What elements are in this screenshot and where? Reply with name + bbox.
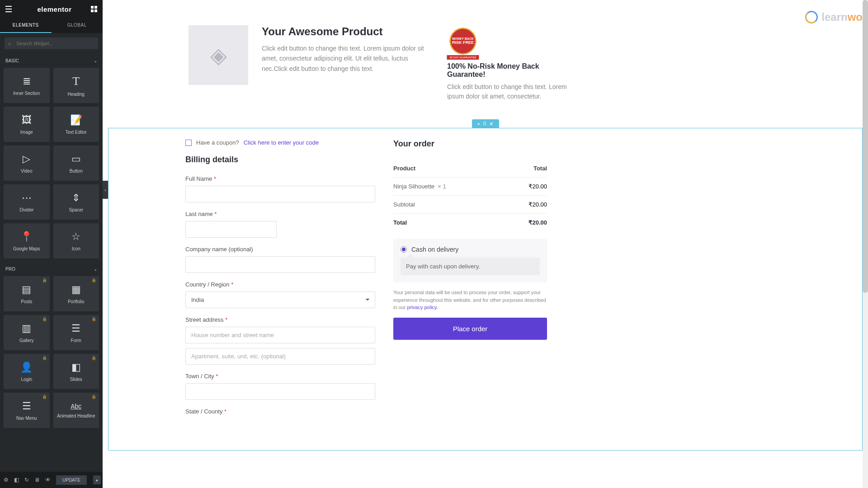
field-state: State / County *	[185, 408, 375, 415]
payment-option-cod[interactable]: Cash on delivery	[401, 246, 540, 253]
widget-icon[interactable]: ☆Icon	[53, 223, 99, 258]
product-title[interactable]: Your Awesome Product	[262, 25, 434, 38]
panel-footer: ⚙ ◧ ↻ 🖥 👁 UPDATE ▴	[0, 472, 103, 488]
panel-collapse-toggle[interactable]: ‹	[103, 181, 108, 199]
responsive-icon[interactable]: 🖥	[34, 477, 40, 483]
tab-global[interactable]: GLOBAL	[52, 18, 103, 33]
scrollbar[interactable]	[863, 0, 868, 488]
widget-portfolio[interactable]: ▦Portfolio	[53, 276, 99, 311]
panel-header: elementor	[0, 0, 103, 18]
coupon-question: Have a coupon?	[196, 139, 239, 146]
col-product: Product	[393, 165, 415, 172]
map-icon: 📍	[20, 231, 33, 243]
widget-google-maps[interactable]: 📍Google Maps	[4, 223, 50, 258]
watermark-logo-icon	[805, 11, 818, 23]
hero-section[interactable]: ◈ Your Awesome Product Click edit button…	[103, 0, 868, 119]
field-country: Country / Region * India	[185, 281, 375, 308]
place-order-button[interactable]: Place order	[393, 318, 547, 340]
product-description[interactable]: Click edit button to change this text. L…	[262, 43, 434, 74]
widget-slides[interactable]: ◧Slides	[53, 354, 99, 389]
order-item-row: Ninja Silhouette × 1 ₹20.00	[393, 178, 547, 196]
widget-nav-menu[interactable]: ☰Nav Menu	[4, 393, 50, 428]
navigator-icon[interactable]: ◧	[14, 477, 19, 483]
widget-inner-section[interactable]: ≣Inner Section	[4, 68, 50, 103]
input-last-name[interactable]	[185, 221, 277, 238]
coupon-link[interactable]: Click here to enter your code	[244, 139, 319, 146]
checkout-section[interactable]: Have a coupon? Click here to enter your …	[108, 128, 863, 450]
watermark: learnwo	[805, 11, 863, 23]
settings-icon[interactable]: ⚙	[4, 477, 9, 483]
columns-icon: ≣	[23, 75, 31, 87]
search-wrap: ⌕	[0, 33, 103, 54]
guarantee-badge[interactable]: MONEY BACK RISK FREE 30 DAY GUARANTEE	[447, 25, 479, 57]
star-icon: ☆	[71, 231, 80, 243]
history-icon[interactable]: ↻	[24, 477, 29, 483]
slides-icon: ◧	[71, 361, 81, 373]
category-pro[interactable]: PRO ⌄	[0, 262, 103, 276]
placeholder-icon: ◈	[210, 42, 227, 68]
hamburger-icon[interactable]	[5, 6, 12, 12]
order-item-price: ₹20.00	[528, 183, 547, 190]
section-handle: + ⠿ ✕	[472, 119, 499, 128]
divider-icon: ⋯	[22, 192, 32, 204]
chevron-down-icon: ⌄	[94, 267, 97, 272]
select-country[interactable]: India	[185, 291, 375, 308]
widget-image[interactable]: 🖼Image	[4, 107, 50, 142]
preview-icon[interactable]: 👁	[45, 477, 51, 483]
update-options-button[interactable]: ▴	[93, 475, 101, 484]
input-full-name[interactable]	[185, 186, 375, 202]
input-town[interactable]	[185, 383, 375, 400]
guarantee-title[interactable]: 100% No-Risk Money Back Guarantee!	[447, 62, 578, 79]
label-street: Street address *	[185, 316, 375, 323]
input-company[interactable]	[185, 256, 375, 273]
search-input[interactable]	[5, 38, 98, 49]
total-label: Total	[393, 219, 407, 226]
payment-box: Cash on delivery Pay with cash upon deli…	[393, 239, 547, 282]
label-full-name: Full Name *	[185, 175, 375, 182]
widget-animated-headline[interactable]: AbcAnimated Headline	[53, 393, 99, 428]
search-icon: ⌕	[8, 41, 11, 46]
input-street-1[interactable]	[185, 327, 375, 343]
field-street: Street address *	[185, 316, 375, 365]
add-section-icon[interactable]: +	[477, 121, 480, 127]
widget-video[interactable]: ▷Video	[4, 145, 50, 181]
label-last-name: Last name *	[185, 211, 375, 217]
subtotal-value: ₹20.00	[528, 201, 547, 208]
hero-main: Your Awesome Product Click edit button t…	[262, 25, 434, 74]
apps-grid-icon[interactable]	[91, 6, 97, 12]
order-item-name: Ninja Silhouette × 1	[393, 183, 446, 190]
close-section-icon[interactable]: ✕	[489, 121, 493, 127]
coupon-notice: Have a coupon? Click here to enter your …	[185, 139, 375, 146]
widget-posts[interactable]: ▤Posts	[4, 276, 50, 311]
guarantee-description[interactable]: Click edit button to change this text. L…	[447, 82, 578, 101]
tab-elements[interactable]: ELEMENTS	[0, 18, 52, 33]
edit-section-icon[interactable]: ⠿	[483, 121, 486, 127]
watermark-text: learnwo	[821, 11, 863, 23]
form-icon: ☰	[71, 323, 80, 334]
payment-option-label: Cash on delivery	[411, 246, 458, 253]
widget-gallery[interactable]: ▥Gallery	[4, 315, 50, 350]
widget-login[interactable]: 👤Login	[4, 354, 50, 389]
scrollbar-thumb[interactable]	[863, 0, 868, 293]
widget-button[interactable]: ▭Button	[53, 145, 99, 181]
product-image-placeholder[interactable]: ◈	[189, 25, 248, 85]
input-street-2[interactable]	[185, 348, 375, 365]
widget-spacer[interactable]: ⇕Spacer	[53, 184, 99, 220]
widget-text-editor[interactable]: 📝Text Editor	[53, 107, 99, 142]
label-country: Country / Region *	[185, 281, 375, 288]
widget-heading[interactable]: THeading	[53, 68, 99, 103]
logo: elementor	[18, 5, 91, 13]
widget-form[interactable]: ☰Form	[53, 315, 99, 350]
update-button[interactable]: UPDATE	[56, 475, 87, 485]
editor-canvas[interactable]: learnwo ◈ Your Awesome Product Click edi…	[103, 0, 868, 488]
category-basic[interactable]: BASIC ⌄	[0, 54, 103, 68]
privacy-policy-link[interactable]: privacy policy	[407, 305, 437, 310]
subtotal-label: Subtotal	[393, 201, 415, 208]
elementor-panel: elementor ELEMENTS GLOBAL ⌕ BASIC ⌄ ≣Inn…	[0, 0, 103, 488]
order-subtotal-row: Subtotal ₹20.00	[393, 196, 547, 214]
video-icon: ▷	[23, 153, 30, 165]
radio-icon	[401, 246, 407, 253]
widget-divider[interactable]: ⋯Divider	[4, 184, 50, 220]
gallery-icon: ▥	[22, 323, 31, 334]
panel-tabs: ELEMENTS GLOBAL	[0, 18, 103, 33]
